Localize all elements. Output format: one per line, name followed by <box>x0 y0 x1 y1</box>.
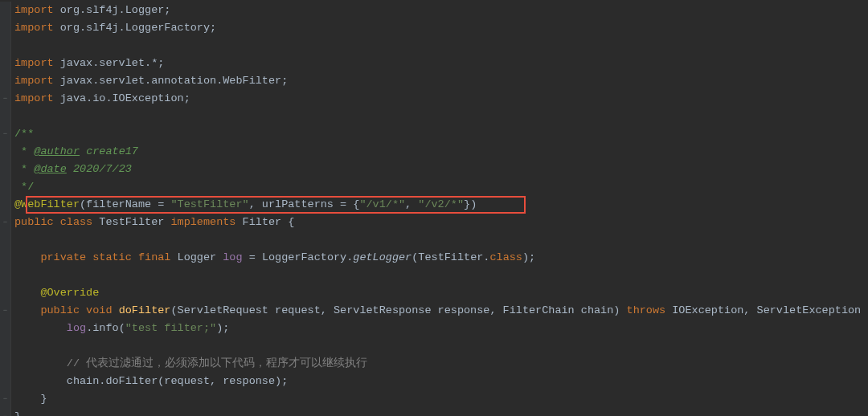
code-line[interactable]: import javax.servlet.annotation.WebFilte… <box>14 72 868 90</box>
fold-icon[interactable] <box>3 390 7 408</box>
fold-icon[interactable] <box>3 214 7 231</box>
gutter <box>0 2 11 416</box>
code-line[interactable] <box>14 337 868 355</box>
code-line[interactable]: /** <box>14 125 868 143</box>
code-line[interactable]: * @author create17 <box>14 143 868 161</box>
code-line[interactable]: private static final Logger log = Logger… <box>14 249 868 267</box>
code-line[interactable]: } <box>14 408 868 416</box>
code-line[interactable]: @Override <box>14 284 868 302</box>
code-line[interactable]: // 代表过滤通过，必须添加以下代码，程序才可以继续执行 <box>14 355 868 373</box>
code-line[interactable] <box>14 267 868 284</box>
code-line[interactable]: import org.slf4j.Logger; <box>14 2 868 19</box>
code-line[interactable]: } <box>14 390 868 408</box>
code-line[interactable]: */ <box>14 178 868 196</box>
fold-icon[interactable] <box>3 302 7 320</box>
code-line[interactable]: import java.io.IOException; <box>14 90 868 108</box>
code-line[interactable]: log.info("test filter;"); <box>14 320 868 337</box>
code-line[interactable] <box>14 37 868 55</box>
code-line[interactable]: import org.slf4j.LoggerFactory; <box>14 19 868 37</box>
code-area[interactable]: import org.slf4j.Logger; import org.slf4… <box>11 2 868 416</box>
fold-icon[interactable] <box>3 90 7 108</box>
code-line[interactable]: public class TestFilter implements Filte… <box>14 214 868 231</box>
fold-icon[interactable] <box>3 408 7 416</box>
code-line[interactable] <box>14 108 868 125</box>
fold-icon[interactable] <box>3 125 7 143</box>
code-line[interactable] <box>14 231 868 249</box>
code-editor[interactable]: import org.slf4j.Logger; import org.slf4… <box>0 2 868 416</box>
code-line[interactable]: import javax.servlet.*; <box>14 55 868 72</box>
code-line[interactable]: @WebFilter(filterName = "TestFilter", ur… <box>14 196 868 214</box>
code-line[interactable]: public void doFilter(ServletRequest requ… <box>14 302 868 320</box>
code-line[interactable]: chain.doFilter(request, response); <box>14 373 868 390</box>
code-line[interactable]: * @date 2020/7/23 <box>14 161 868 178</box>
